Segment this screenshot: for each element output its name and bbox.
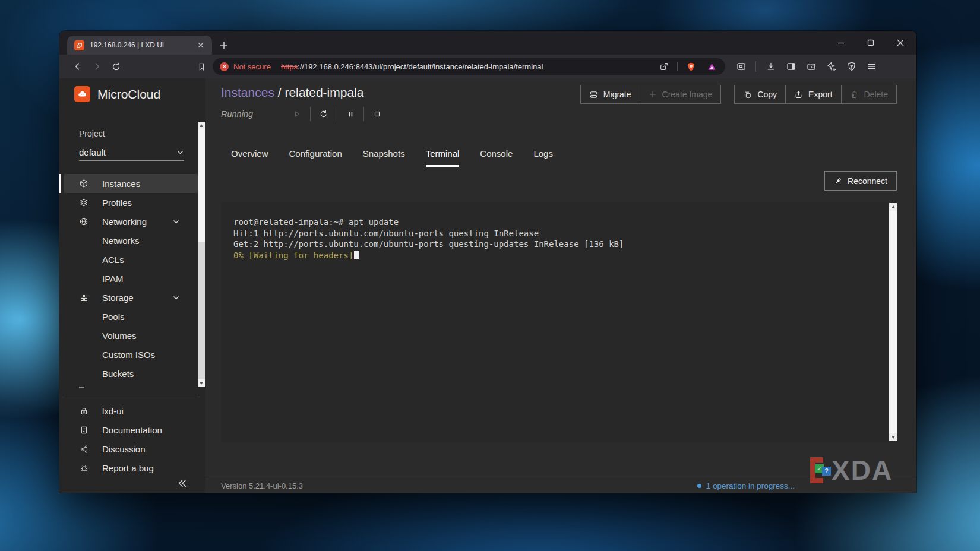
scrollbar-thumb[interactable] <box>198 129 205 242</box>
bookmark-icon[interactable] <box>194 59 209 74</box>
lxd-ui-page: MicroCloud Project default <box>59 78 916 493</box>
restart-icon[interactable] <box>310 107 337 121</box>
tab-configuration[interactable]: Configuration <box>289 148 342 167</box>
brand: MicroCloud <box>74 86 160 102</box>
back-button[interactable] <box>70 59 86 74</box>
clipped-nav-item <box>79 387 84 388</box>
desktop-wallpaper: 192.168.0.246 | LXD UI <box>0 0 980 551</box>
tab-console[interactable]: Console <box>480 148 513 167</box>
sidebar-item-ipam[interactable]: IPAM <box>64 269 198 288</box>
sidebar-item-volumes[interactable]: Volumes <box>64 326 198 345</box>
scrollbar-thumb[interactable] <box>889 211 897 433</box>
project-label: Project <box>79 129 105 138</box>
create-image-button[interactable]: Create Image <box>640 86 721 103</box>
xda-logo-icon: ✓ ? <box>807 455 832 486</box>
share-nodes-icon <box>79 444 88 454</box>
project-value: default <box>79 147 106 157</box>
version-text: Version 5.21.4-ui-0.15.3 <box>221 482 303 490</box>
url-text[interactable]: https://192.168.0.246:8443/ui/project/de… <box>281 62 656 71</box>
delete-button[interactable]: Delete <box>841 86 896 103</box>
status-text: Running <box>221 109 283 119</box>
sidebar-secondary-nav: lxd-ui Documentation <box>59 401 198 477</box>
minimize-button[interactable] <box>832 34 850 51</box>
brave-rewards-icon[interactable] <box>704 59 719 74</box>
scroll-down-icon[interactable] <box>889 433 897 441</box>
sidebar-item-report-bug[interactable]: Report a bug <box>64 458 198 477</box>
browser-window: 192.168.0.246 | LXD UI <box>59 31 916 493</box>
reconnect-button[interactable]: Reconnect <box>824 171 897 191</box>
project-select[interactable]: default <box>79 144 184 161</box>
sidebar: MicroCloud Project default <box>59 78 205 493</box>
vpn-shield-icon[interactable] <box>844 59 859 74</box>
chevron-down-icon <box>172 218 180 226</box>
terminal-line: Hit:1 http://ports.ubuntu.com/ubuntu-por… <box>233 228 879 239</box>
sidebar-item-acls[interactable]: ACLs <box>64 250 198 269</box>
wallet-icon[interactable] <box>804 59 818 74</box>
sidebar-toggle-icon[interactable] <box>783 59 798 74</box>
tab-snapshots[interactable]: Snapshots <box>363 148 405 167</box>
pause-icon[interactable] <box>337 107 363 121</box>
breadcrumb-instances-link[interactable]: Instances <box>221 86 274 99</box>
sidebar-nav: Instances Profiles <box>59 174 198 383</box>
export-button[interactable]: Export <box>785 86 840 103</box>
sidebar-scrollbar[interactable] <box>198 122 205 387</box>
xda-watermark: ✓ ? XDA <box>807 455 893 486</box>
stop-icon[interactable] <box>363 107 390 121</box>
new-tab-button[interactable] <box>217 39 230 52</box>
terminal-output: root@related-impala:~# apt update Hit:1 … <box>221 202 897 261</box>
download-icon[interactable] <box>763 59 778 74</box>
scroll-up-icon[interactable] <box>889 203 897 211</box>
leo-ai-icon[interactable] <box>824 59 839 74</box>
start-icon[interactable] <box>283 107 310 121</box>
sidebar-item-pools[interactable]: Pools <box>64 307 198 326</box>
breadcrumb: Instances / related-impala <box>221 86 363 100</box>
close-button[interactable] <box>892 34 909 51</box>
sidebar-item-discussion[interactable]: Discussion <box>64 439 198 458</box>
sidebar-item-networking[interactable]: Networking <box>64 212 198 231</box>
tab-terminal[interactable]: Terminal <box>426 148 460 167</box>
terminal[interactable]: root@related-impala:~# apt update Hit:1 … <box>221 202 897 442</box>
microcloud-logo-icon <box>74 86 90 102</box>
forward-button[interactable] <box>89 59 105 74</box>
scroll-up-icon[interactable] <box>198 122 205 129</box>
export-icon <box>794 90 803 99</box>
page-title: related-impala <box>284 86 363 99</box>
sidebar-item-documentation[interactable]: Documentation <box>64 420 198 439</box>
terminal-cursor <box>354 251 359 259</box>
sidebar-collapse-icon[interactable] <box>176 477 188 489</box>
profiles-icon <box>79 198 88 207</box>
security-label[interactable]: Not secure <box>233 62 271 71</box>
terminal-scrollbar[interactable] <box>889 203 897 441</box>
menu-icon[interactable] <box>864 59 879 74</box>
migrate-button[interactable]: Migrate <box>581 86 640 103</box>
sidebar-item-storage[interactable]: Storage <box>64 288 198 307</box>
reload-button[interactable] <box>108 59 124 74</box>
chevron-down-icon <box>176 148 184 156</box>
tab-logs[interactable]: Logs <box>533 148 553 167</box>
operations-link[interactable]: 1 operation in progress... <box>697 482 795 490</box>
sidebar-item-profiles[interactable]: Profiles <box>64 193 198 212</box>
browser-tab[interactable]: 192.168.0.246 | LXD UI <box>67 36 212 55</box>
sidebar-item-lxd-ui[interactable]: lxd-ui <box>64 401 198 420</box>
copy-icon <box>743 90 752 99</box>
plus-icon <box>649 90 657 99</box>
search-tabs-icon[interactable] <box>734 59 748 74</box>
sidebar-item-custom-isos[interactable]: Custom ISOs <box>64 345 198 364</box>
brand-name: MicroCloud <box>97 87 160 102</box>
instances-icon <box>79 179 88 188</box>
scroll-down-icon[interactable] <box>198 379 205 387</box>
url-scheme: https <box>281 62 298 71</box>
maximize-button[interactable] <box>862 34 880 51</box>
tab-overview[interactable]: Overview <box>231 148 268 167</box>
sidebar-item-buckets[interactable]: Buckets <box>64 364 198 383</box>
document-icon <box>79 425 88 435</box>
sidebar-divider <box>64 395 198 395</box>
brave-shield-icon[interactable] <box>684 59 698 74</box>
migrate-icon <box>589 90 598 99</box>
share-icon[interactable] <box>656 59 671 74</box>
tab-close-icon[interactable] <box>195 40 206 50</box>
sidebar-item-instances[interactable]: Instances <box>64 174 198 193</box>
copy-button[interactable]: Copy <box>735 86 785 103</box>
sidebar-item-networks[interactable]: Networks <box>64 231 198 250</box>
url-bar[interactable]: Not secure https://192.168.0.246:8443/ui… <box>213 58 725 75</box>
